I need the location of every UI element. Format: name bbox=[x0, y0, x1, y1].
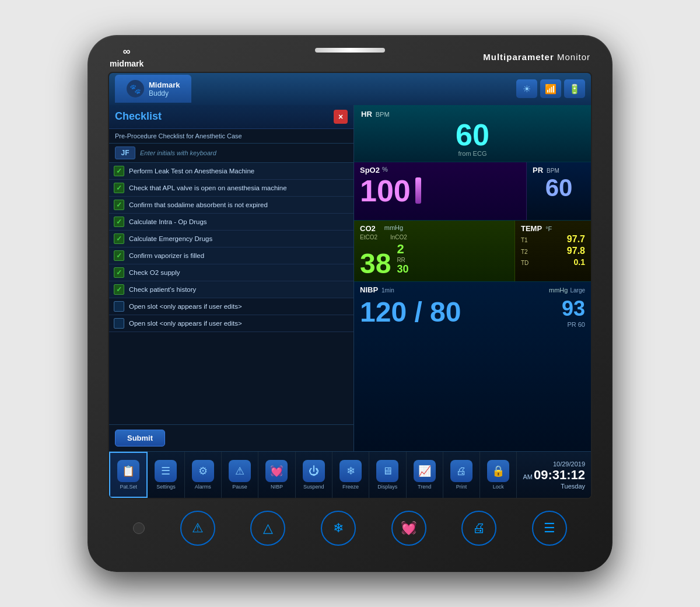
logo-icon: ∞ bbox=[123, 46, 131, 58]
patient-tab[interactable]: 🐾 Midmark Buddy bbox=[115, 75, 191, 103]
title-bold: Multiparameter bbox=[483, 52, 554, 62]
check-box bbox=[114, 318, 124, 329]
toolbar-btn-displays[interactable]: 🖥Displays bbox=[369, 452, 406, 498]
etco2-sublabel: EtCO2 bbox=[360, 234, 377, 240]
toolbar-btn-freeze[interactable]: ❄Freeze bbox=[332, 452, 369, 498]
nibp-label: NIBP bbox=[360, 285, 378, 294]
hw-small-btn[interactable] bbox=[133, 522, 145, 534]
t1-label: T1 bbox=[521, 237, 528, 243]
hw-alarm-btn-1[interactable]: ⚠ bbox=[180, 511, 215, 546]
hw-alarm-btn-2[interactable]: △ bbox=[250, 511, 285, 546]
spo2-label-row: SpO2 % bbox=[360, 166, 520, 175]
toolbar-label-print: Print bbox=[456, 484, 467, 490]
check-box: ✓ bbox=[114, 233, 124, 244]
signal-btn[interactable]: 📶 bbox=[540, 79, 561, 98]
toolbar-btn-settings[interactable]: ☰Settings bbox=[148, 452, 184, 498]
co2-section: CO2 mmHg EtCO2 InCO2 38 2 RR bbox=[354, 221, 515, 281]
toolbar-label-nibp: NIBP bbox=[271, 484, 283, 490]
t2-value: 97.8 bbox=[567, 246, 585, 256]
spo2-number: 100 bbox=[360, 176, 411, 206]
screen: 🐾 Midmark Buddy ☀ 📶 🔋 Checklist × Pre- bbox=[108, 72, 592, 499]
title-light: Monitor bbox=[557, 52, 590, 62]
toolbar-icon-freeze: ❄ bbox=[340, 460, 362, 482]
checklist-item[interactable]: ✓Perform Leak Test on Anesthesia Machine bbox=[109, 163, 354, 180]
checklist-item[interactable]: Open slot <only appears if user edits> bbox=[109, 298, 354, 315]
check-box: ✓ bbox=[114, 217, 124, 227]
patient-icon: 🐾 bbox=[127, 80, 144, 97]
right-panel: HR BPM 60 from ECG SpO2 % 100 bbox=[354, 105, 591, 451]
nibp-pr-value: 60 bbox=[578, 321, 585, 328]
checklist-item[interactable]: ✓Confirm vaporizer is filled bbox=[109, 247, 354, 264]
initials-badge[interactable]: JF bbox=[115, 146, 135, 159]
toolbar-btn-alarms[interactable]: ⚙Alarms bbox=[185, 452, 222, 498]
checklist-footer: Submit bbox=[109, 424, 354, 451]
toolbar-label-suspend: Suspend bbox=[303, 484, 324, 490]
pr-unit: BPM bbox=[547, 168, 559, 174]
item-text: Check that APL valve is open on anesthes… bbox=[129, 184, 287, 191]
toolbar-btn-print[interactable]: 🖨Print bbox=[443, 452, 480, 498]
item-text: Calculate Intra - Op Drugs bbox=[129, 218, 207, 225]
close-button[interactable]: × bbox=[334, 110, 348, 124]
hw-print-btn[interactable]: 🖨 bbox=[461, 511, 496, 546]
checklist-header: Checklist × bbox=[109, 105, 354, 129]
rr-label: RR bbox=[397, 257, 408, 263]
toolbar-datetime: 10/29/2019 AM 09:31:12 Tuesday bbox=[517, 452, 591, 498]
initials-row: JF Enter initials with keyboard bbox=[109, 144, 354, 163]
item-text: Open slot <only appears if user edits> bbox=[129, 320, 242, 327]
submit-button[interactable]: Submit bbox=[115, 430, 165, 446]
check-box: ✓ bbox=[114, 267, 124, 278]
toolbar-btn-pause[interactable]: ⚠Pause bbox=[222, 452, 258, 498]
inco2-sublabel: InCO2 bbox=[390, 234, 407, 240]
nibp-right-col: 93 PR 60 bbox=[562, 296, 585, 328]
spo2-bar bbox=[415, 177, 421, 204]
checklist-subtitle: Pre-Procedure Checklist for Anesthetic C… bbox=[109, 129, 354, 144]
checklist-item[interactable]: ✓Check that APL valve is open on anesthe… bbox=[109, 180, 354, 197]
hw-menu-btn[interactable]: ☰ bbox=[532, 511, 567, 546]
checklist-item[interactable]: ✓Confirm that sodalime absorbent is not … bbox=[109, 197, 354, 214]
top-indicator bbox=[315, 48, 385, 53]
datetime-ampm: AM bbox=[523, 473, 533, 480]
device-title: Multiparameter Monitor bbox=[483, 52, 590, 62]
item-text: Check patient's history bbox=[129, 286, 196, 293]
checklist-item[interactable]: ✓Check patient's history bbox=[109, 281, 354, 298]
toolbar-btn-lock[interactable]: 🔒Lock bbox=[480, 452, 517, 498]
brightness-btn[interactable]: ☀ bbox=[516, 79, 537, 98]
hr-unit: BPM bbox=[376, 111, 390, 118]
checklist-item[interactable]: Open slot <only appears if user edits> bbox=[109, 315, 354, 332]
checklist-item[interactable]: ✓Calculate Emergency Drugs bbox=[109, 231, 354, 247]
toolbar-label-pat.set: Pat.Set bbox=[120, 484, 137, 490]
initials-hint: Enter initials with keyboard bbox=[140, 149, 216, 156]
checklist-item[interactable]: ✓Check O2 supply bbox=[109, 264, 354, 281]
checklist-item[interactable]: ✓Calculate Intra - Op Drugs bbox=[109, 214, 354, 231]
toolbar-icon-displays: 🖥 bbox=[376, 460, 398, 482]
nibp-unit: mmHg bbox=[549, 287, 568, 294]
datetime-date: 10/29/2019 bbox=[553, 461, 585, 468]
nibp-section: NIBP 1min mmHg Large 120 / 80 bbox=[354, 282, 591, 451]
t1-value: 97.7 bbox=[567, 234, 585, 245]
check-box: ✓ bbox=[114, 166, 124, 176]
brand-name: midmark bbox=[110, 59, 144, 68]
check-box bbox=[114, 301, 124, 312]
t2-label: T2 bbox=[521, 249, 528, 255]
inco2-value: 2 bbox=[397, 242, 408, 257]
pr-label: PR bbox=[533, 166, 543, 175]
toolbar-btn-suspend[interactable]: ⏻Suspend bbox=[296, 452, 332, 498]
hw-freeze-btn[interactable]: ❄ bbox=[321, 511, 356, 546]
spo2-section: SpO2 % 100 bbox=[354, 162, 527, 220]
td-value: 0.1 bbox=[574, 257, 585, 267]
battery-btn[interactable]: 🔋 bbox=[564, 79, 585, 98]
toolbar-btn-patset[interactable]: 📋Pat.Set bbox=[109, 452, 148, 498]
spo2-value: 100 bbox=[360, 176, 520, 206]
toolbar-btn-nibp[interactable]: 💓NIBP bbox=[258, 452, 295, 498]
toolbar-btn-trend[interactable]: 📈Trend bbox=[407, 452, 443, 498]
toolbar-icon-nibp: 💓 bbox=[265, 460, 288, 482]
toolbar-label-freeze: Freeze bbox=[342, 484, 359, 490]
rr-value: 30 bbox=[397, 263, 408, 275]
nibp-separator: / bbox=[414, 296, 430, 327]
nibp-main-row: 120 / 80 93 PR 60 bbox=[360, 296, 585, 328]
item-text: Confirm that sodalime absorbent is not e… bbox=[129, 201, 268, 208]
toolbar-icon-lock: 🔒 bbox=[487, 460, 509, 482]
hw-nibp-btn[interactable]: 💓 bbox=[391, 511, 426, 546]
co2-values-row: 38 2 RR 30 bbox=[360, 242, 509, 278]
toolbar-icon-settings: ☰ bbox=[155, 460, 177, 482]
